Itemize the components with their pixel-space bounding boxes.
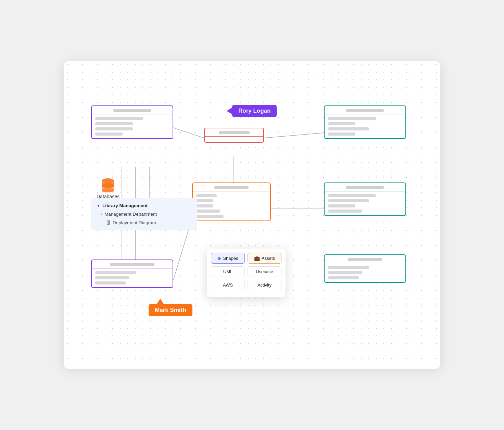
popup-row-3: AWS Activity	[211, 280, 281, 290]
uml-row	[196, 210, 220, 213]
uml-row	[328, 117, 376, 120]
uml-row	[328, 132, 355, 136]
uml-body-purple-tl	[92, 114, 173, 138]
uml-body-teal-tr	[325, 114, 405, 138]
uml-box-purple-bl[interactable]	[91, 260, 173, 288]
library-panel-item-0[interactable]: ▼ Library Management	[91, 201, 197, 210]
uml-row	[328, 199, 369, 202]
uml-row	[95, 276, 129, 279]
uml-row	[196, 199, 213, 202]
header-bar	[110, 263, 154, 266]
tooltip-rory: Rory Logan	[232, 105, 277, 117]
svg-point-11	[102, 183, 114, 188]
uml-box-purple-tl[interactable]	[91, 105, 173, 139]
uml-row	[328, 210, 362, 213]
uml-box-orange[interactable]	[192, 182, 271, 221]
uml-row	[328, 127, 369, 130]
usecase-label: Usecase	[256, 269, 273, 274]
uml-body-teal-mr	[325, 191, 405, 215]
uml-row	[328, 204, 355, 207]
library-panel[interactable]: ▼ Library Management ▾ Management Depart…	[91, 198, 197, 230]
arrow-down-icon: ▼	[97, 204, 100, 208]
uml-header-red	[205, 128, 263, 137]
uml-row	[328, 271, 362, 274]
uml-button[interactable]: UML	[211, 266, 245, 277]
uml-row	[95, 132, 123, 136]
uml-box-teal-mr[interactable]	[324, 182, 406, 216]
db-inline-icon: 🗄	[106, 220, 111, 225]
aws-label: AWS	[223, 282, 233, 288]
assets-button[interactable]: 💼 Assets	[248, 253, 281, 264]
tooltip-mark-text: Mark Smith	[155, 307, 186, 313]
uml-row	[196, 215, 224, 218]
uml-box-teal-br[interactable]	[324, 254, 406, 283]
uml-row	[328, 122, 355, 125]
uml-box-teal-tr[interactable]	[324, 105, 406, 139]
popup-row-1: ◆ Shapes 💼 Assets	[211, 253, 281, 264]
uml-box-red[interactable]	[204, 128, 264, 143]
usecase-button[interactable]: Usecase	[248, 266, 281, 277]
shapes-popup: ◆ Shapes 💼 Assets UML Usecase AWS	[207, 249, 286, 297]
library-panel-label-1: Management Department	[104, 212, 157, 217]
briefcase-icon: 💼	[254, 255, 260, 261]
uml-row	[328, 266, 369, 269]
arrow-down-sm-icon: ▾	[101, 212, 102, 216]
uml-header-purple-tl	[92, 106, 173, 114]
uml-row	[95, 271, 136, 274]
header-bar	[348, 258, 382, 261]
uml-header-teal-mr	[325, 183, 405, 191]
tooltip-mark: Mark Smith	[149, 304, 192, 316]
uml-header-orange	[193, 183, 270, 191]
assets-label: Assets	[262, 256, 275, 261]
uml-header-teal-tr	[325, 106, 405, 114]
uml-body-teal-br	[325, 263, 405, 282]
uml-row	[95, 127, 133, 130]
svg-point-10	[102, 178, 114, 183]
library-panel-label-0: Library Management	[102, 203, 148, 208]
header-bar	[346, 186, 384, 189]
uml-header-teal-br	[325, 255, 405, 263]
header-bar	[346, 109, 384, 112]
main-container: Databases ▼ Library Management ▾ Managem…	[64, 61, 440, 369]
uml-row	[95, 281, 126, 284]
popup-row-2: UML Usecase	[211, 266, 281, 277]
tooltip-rory-text: Rory Logan	[238, 108, 270, 114]
diamond-icon: ◆	[217, 255, 221, 261]
library-panel-label-2: Deployment Diagram	[113, 220, 156, 225]
uml-label: UML	[223, 269, 232, 274]
uml-row	[328, 276, 359, 279]
header-bar	[113, 109, 151, 112]
library-panel-item-1[interactable]: ▾ Management Department	[91, 210, 197, 218]
database-svg-icon	[100, 177, 116, 192]
diagram-area: Databases ▼ Library Management ▾ Managem…	[64, 61, 440, 369]
uml-header-purple-bl	[92, 260, 173, 268]
svg-point-12	[102, 188, 114, 192]
library-panel-item-2[interactable]: 🗄 Deployment Diagram	[91, 218, 197, 227]
activity-label: Activity	[257, 282, 272, 288]
uml-row	[196, 194, 217, 197]
uml-row	[95, 122, 133, 125]
header-bar	[214, 186, 249, 189]
uml-body-orange	[193, 191, 270, 220]
uml-row	[328, 194, 376, 197]
database-icon-group: Databases	[97, 177, 119, 199]
shapes-button[interactable]: ◆ Shapes	[211, 253, 245, 264]
aws-button[interactable]: AWS	[211, 280, 245, 290]
uml-row	[95, 117, 143, 120]
uml-body-red	[205, 137, 263, 142]
uml-row	[196, 204, 213, 207]
activity-button[interactable]: Activity	[248, 280, 281, 290]
uml-body-purple-bl	[92, 268, 173, 287]
shapes-label: Shapes	[223, 256, 238, 261]
header-bar	[219, 131, 250, 134]
